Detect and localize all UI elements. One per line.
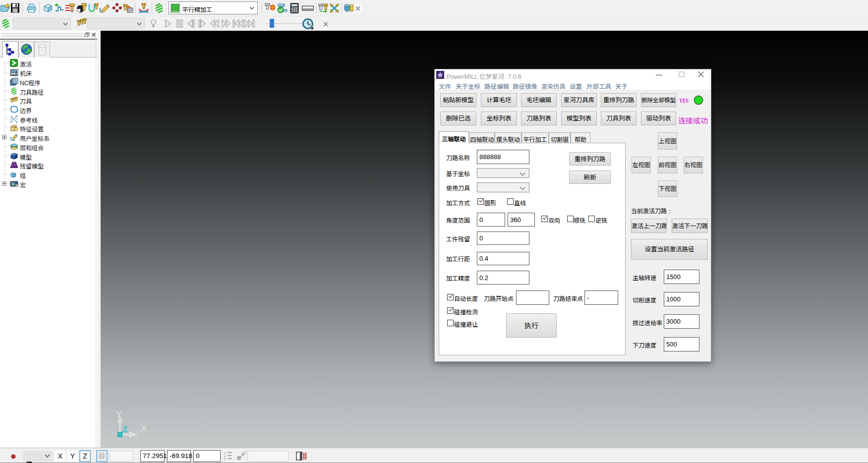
svg-text:Z: Z xyxy=(122,425,127,434)
svg-text:Y: Y xyxy=(116,410,122,419)
svg-text:X: X xyxy=(141,424,147,434)
svg-text:z: z xyxy=(224,458,226,461)
